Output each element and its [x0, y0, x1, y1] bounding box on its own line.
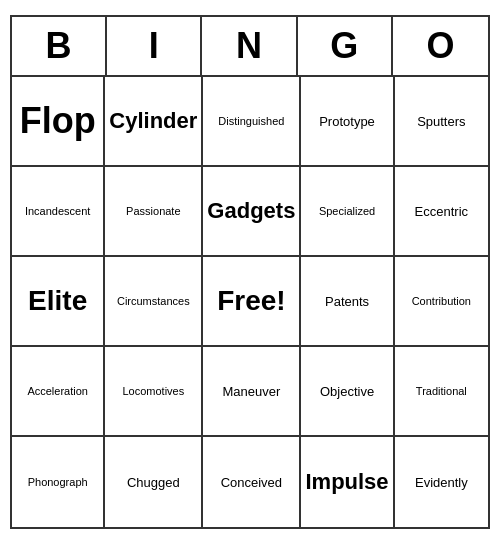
bingo-cell: Eccentric [395, 167, 488, 257]
bingo-cell: Specialized [301, 167, 394, 257]
header-letter: N [202, 17, 297, 75]
bingo-cell: Circumstances [105, 257, 203, 347]
bingo-cell: Phonograph [12, 437, 105, 527]
bingo-cell: Chugged [105, 437, 203, 527]
bingo-header: BINGO [12, 17, 488, 77]
bingo-cell: Contribution [395, 257, 488, 347]
bingo-cell: Cylinder [105, 77, 203, 167]
header-letter: O [393, 17, 488, 75]
header-letter: I [107, 17, 202, 75]
bingo-cell: Conceived [203, 437, 301, 527]
bingo-cell: Acceleration [12, 347, 105, 437]
bingo-cell: Patents [301, 257, 394, 347]
bingo-cell: Passionate [105, 167, 203, 257]
bingo-cell: Evidently [395, 437, 488, 527]
header-letter: B [12, 17, 107, 75]
bingo-cell: Objective [301, 347, 394, 437]
bingo-cell: Traditional [395, 347, 488, 437]
bingo-cell: Gadgets [203, 167, 301, 257]
bingo-cell: Maneuver [203, 347, 301, 437]
bingo-cell: Elite [12, 257, 105, 347]
header-letter: G [298, 17, 393, 75]
bingo-card: BINGO FlopCylinderDistinguishedPrototype… [10, 15, 490, 529]
bingo-cell: Impulse [301, 437, 394, 527]
bingo-cell: Sputters [395, 77, 488, 167]
bingo-grid: FlopCylinderDistinguishedPrototypeSputte… [12, 77, 488, 527]
bingo-cell: Flop [12, 77, 105, 167]
bingo-cell: Incandescent [12, 167, 105, 257]
bingo-cell: Prototype [301, 77, 394, 167]
bingo-cell: Distinguished [203, 77, 301, 167]
bingo-cell: Locomotives [105, 347, 203, 437]
bingo-cell: Free! [203, 257, 301, 347]
